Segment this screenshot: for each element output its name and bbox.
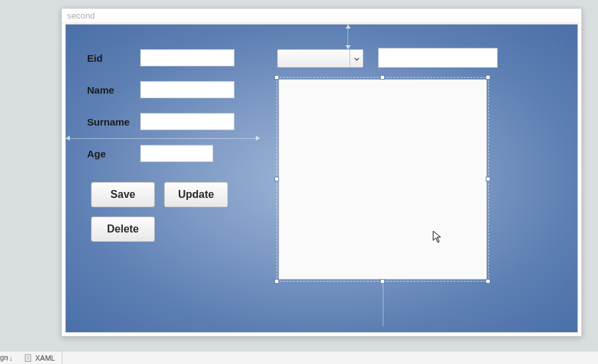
arrow-up-icon	[346, 25, 351, 29]
arrow-right-icon	[256, 136, 260, 141]
layout-guide-horizontal	[66, 138, 260, 139]
name-input[interactable]	[140, 81, 235, 98]
resize-handle-se[interactable]	[486, 279, 490, 284]
xaml-file-icon	[25, 354, 33, 362]
chevron-down-icon	[354, 52, 359, 64]
eid-input[interactable]	[140, 49, 235, 66]
tab-design[interactable]: gn	[0, 351, 20, 364]
tab-xaml-label: XAML	[35, 354, 55, 362]
tab-xaml[interactable]: XAML	[18, 351, 62, 364]
delete-button[interactable]: Delete	[91, 217, 155, 242]
update-button[interactable]: Update	[164, 182, 228, 207]
eid-label: Eid	[87, 52, 102, 64]
surname-label: Surname	[87, 116, 130, 128]
combo-selected	[278, 51, 282, 61]
combo-drop-button[interactable]	[349, 50, 363, 67]
window-title: second	[62, 9, 581, 23]
age-input[interactable]	[140, 145, 213, 162]
combo-box[interactable]	[277, 49, 363, 68]
resize-handle-sw[interactable]	[274, 279, 279, 284]
arrow-left-icon	[66, 136, 70, 141]
save-button[interactable]: Save	[91, 182, 155, 207]
name-label: Name	[87, 84, 114, 96]
layout-guide-vertical	[348, 25, 348, 49]
content-panel[interactable]	[278, 79, 487, 280]
bottom-tab-strip: gn ↑↓ XAML	[0, 351, 598, 364]
design-surface[interactable]: Eid Name Surname Age	[65, 24, 578, 333]
resize-handle-s[interactable]	[380, 279, 385, 284]
layout-guide-vertical-bottom	[383, 280, 383, 326]
surname-input[interactable]	[140, 113, 235, 130]
right-text-input[interactable]	[378, 48, 498, 68]
designer-window: second Eid Name Surname Age	[61, 8, 582, 337]
age-label: Age	[87, 148, 106, 159]
